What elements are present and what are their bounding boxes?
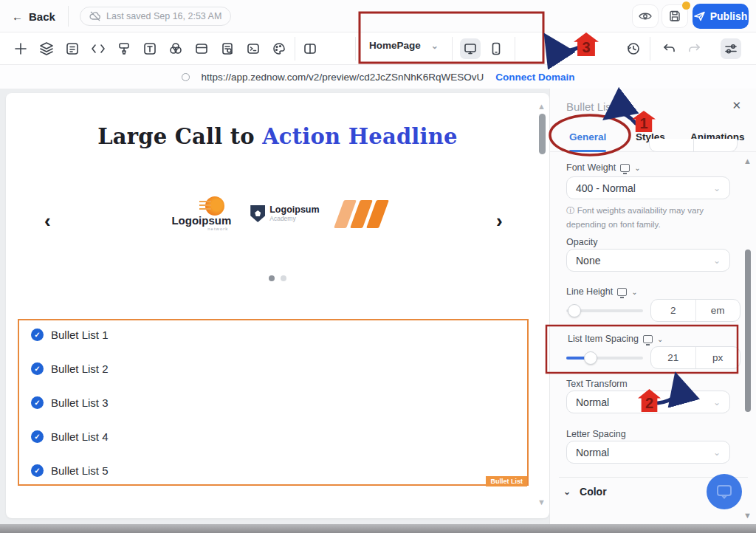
- undo-button[interactable]: [659, 38, 679, 59]
- canvas-scrollbar-thumb[interactable]: [539, 114, 546, 154]
- bullet-item-label: Bullet List 5: [51, 464, 109, 477]
- divider: [650, 37, 650, 61]
- url-status-icon: [182, 73, 190, 81]
- letter-spacing-select[interactable]: Normal ⌄: [566, 441, 730, 464]
- back-label: Back: [29, 10, 55, 23]
- font-weight-note: ⓘ Font weights availability may vary dep…: [566, 204, 735, 232]
- carousel-dot[interactable]: [281, 275, 286, 281]
- bullet-item-label: Bullet List 1: [51, 329, 109, 341]
- code-icon[interactable]: [88, 38, 109, 59]
- letter-spacing-label: Letter Spacing: [566, 429, 626, 439]
- desktop-view-button[interactable]: [460, 38, 481, 59]
- palette-icon[interactable]: [269, 38, 289, 59]
- text-icon[interactable]: [140, 38, 160, 59]
- headline-highlight: Action Headline: [262, 124, 458, 149]
- list-item-spacing-label: List Item Spacing ⌄: [568, 334, 663, 344]
- chevron-down-icon: ⌄: [713, 397, 721, 408]
- logo-name: Logoipsum: [269, 205, 319, 216]
- headline: Large Call to Action Headline: [6, 124, 549, 149]
- logo-orange-stripes: [339, 200, 384, 228]
- headline-prefix: Large Call to: [97, 124, 262, 149]
- list-item-spacing-value[interactable]: 21: [651, 347, 696, 368]
- form-icon[interactable]: [62, 38, 83, 59]
- panel-scroll-down-arrow[interactable]: ▼: [743, 511, 752, 520]
- add-element-button[interactable]: [10, 38, 31, 59]
- panel-title: Bullet List: [566, 100, 614, 113]
- publish-label: Publish: [710, 10, 748, 22]
- chat-bubble-icon: [715, 484, 733, 500]
- tab-general[interactable]: General: [569, 131, 606, 142]
- list-item-spacing-slider[interactable]: [566, 357, 643, 360]
- logo-carousel: Logoipsum network Logoipsum Academy: [6, 196, 549, 231]
- back-arrow-icon: ←: [12, 10, 23, 23]
- last-saved-badge: Last saved Sep 16, 2:53 AM: [80, 7, 231, 26]
- list-item-spacing-unit[interactable]: px: [696, 347, 740, 368]
- editor-toolbar: HomePage ⌄: [0, 32, 756, 65]
- panel-scroll-up-arrow[interactable]: ▲: [743, 157, 752, 165]
- carousel-dot-active[interactable]: [269, 275, 275, 281]
- close-icon[interactable]: ✕: [732, 99, 741, 112]
- back-button[interactable]: ← Back: [12, 7, 55, 26]
- chevron-down-icon: ⌄: [713, 255, 721, 266]
- line-height-unit[interactable]: em: [696, 300, 740, 321]
- canvas-scroll-down-arrow[interactable]: ▼: [537, 498, 546, 506]
- page-selector-dropdown[interactable]: HomePage ⌄: [369, 40, 439, 51]
- blend-shapes-icon[interactable]: [165, 38, 186, 59]
- paint-roller-icon[interactable]: [114, 38, 134, 59]
- bullet-list-selection[interactable]: ✓ Bullet List 1 ✓ Bullet List 2 ✓ Bullet…: [18, 319, 529, 486]
- preview-button[interactable]: [632, 4, 659, 28]
- settings-sliders-button[interactable]: [721, 38, 741, 59]
- file-search-icon[interactable]: [217, 38, 238, 59]
- divider: [515, 37, 515, 61]
- logo-name: Logoipsum: [171, 214, 231, 227]
- shield-icon: [250, 205, 265, 222]
- font-weight-select[interactable]: 400 - Normal ⌄: [566, 176, 730, 199]
- line-height-label: Line Height ⌄: [566, 286, 638, 297]
- line-height-value[interactable]: 2: [651, 300, 696, 321]
- color-section-header[interactable]: ⌄ Color: [563, 486, 607, 498]
- unsaved-changes-dot: [682, 1, 690, 10]
- properties-panel: Bullet List ✕ General Styles Animations …: [549, 89, 756, 524]
- divider: [452, 37, 453, 61]
- history-button[interactable]: [623, 38, 644, 59]
- check-circle-icon: ✓: [31, 464, 44, 477]
- bullet-item-label: Bullet List 2: [51, 362, 109, 375]
- list-item[interactable]: ✓ Bullet List 3: [31, 395, 527, 410]
- line-height-inputs: 2 em: [650, 299, 740, 322]
- publish-button[interactable]: Publish: [693, 4, 749, 29]
- selection-tag: Bullet List: [486, 476, 527, 486]
- chevron-down-icon: ⌄: [563, 486, 571, 497]
- list-item[interactable]: ✓ Bullet List 1: [31, 327, 527, 342]
- color-section-label: Color: [580, 486, 607, 498]
- page-selector-value: HomePage: [369, 40, 421, 51]
- browser-card-icon[interactable]: [191, 38, 212, 59]
- chat-widget-button[interactable]: [707, 474, 742, 509]
- panel-scrollbar-thumb[interactable]: [745, 250, 751, 412]
- columns-layout-icon[interactable]: [300, 38, 320, 59]
- chevron-down-icon: ⌄: [657, 335, 663, 343]
- slider-thumb[interactable]: [568, 304, 581, 317]
- redo-button[interactable]: [684, 38, 705, 59]
- text-transform-select[interactable]: Normal ⌄: [566, 391, 730, 413]
- logo-logoipsum-academy: Logoipsum Academy: [250, 205, 319, 223]
- chevron-down-icon: ⌄: [713, 183, 721, 193]
- canvas-scroll-up-arrow[interactable]: ▲: [537, 102, 546, 111]
- carousel-dots: [6, 275, 549, 281]
- connect-domain-link[interactable]: Connect Domain: [495, 72, 574, 83]
- list-item-spacing-inputs: 21 px: [650, 346, 740, 369]
- divider: [295, 37, 295, 61]
- save-icon: [669, 10, 681, 22]
- mobile-view-button[interactable]: [486, 38, 506, 59]
- list-item-spacing-control: 21 px: [566, 346, 740, 369]
- list-item[interactable]: ✓ Bullet List 4: [31, 429, 527, 444]
- text-transform-label: Text Transform: [566, 379, 628, 389]
- line-height-slider[interactable]: [566, 309, 643, 312]
- slider-thumb[interactable]: [584, 351, 597, 365]
- save-button[interactable]: [662, 4, 688, 28]
- list-item[interactable]: ✓ Bullet List 2: [31, 361, 527, 376]
- opacity-select[interactable]: None ⌄: [566, 249, 730, 272]
- terminal-icon[interactable]: [243, 38, 264, 59]
- device-monitor-icon: [643, 335, 653, 343]
- list-item[interactable]: ✓ Bullet List 5: [31, 463, 527, 478]
- layers-icon[interactable]: [36, 38, 57, 59]
